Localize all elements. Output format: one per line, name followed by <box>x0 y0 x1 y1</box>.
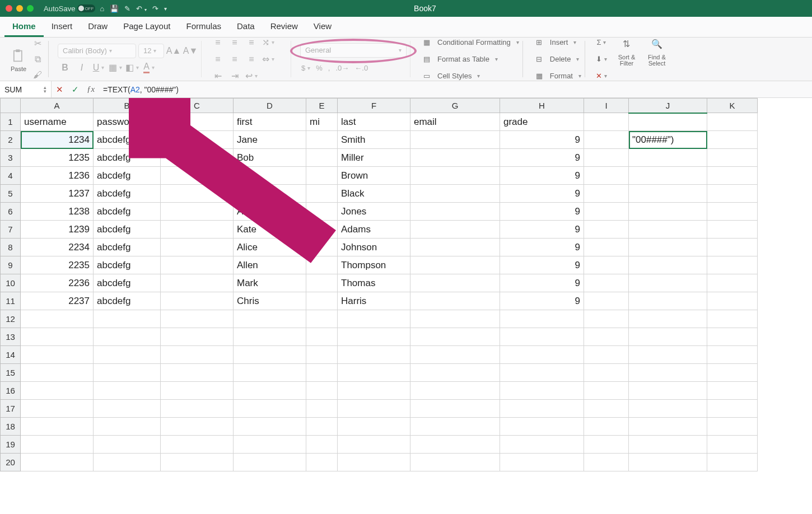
row-header-20[interactable]: 20 <box>1 454 21 471</box>
bold-icon[interactable]: B <box>58 60 72 75</box>
col-header-B[interactable]: B <box>94 99 161 113</box>
orientation-icon[interactable]: ⤭▾ <box>261 38 276 50</box>
cell-I5[interactable] <box>584 185 629 203</box>
row-header-19[interactable]: 19 <box>1 436 21 454</box>
cell-A7[interactable]: 1239 <box>21 221 94 239</box>
cell-G15[interactable] <box>410 364 500 382</box>
cell-D15[interactable] <box>234 364 306 382</box>
cell-G11[interactable] <box>410 292 500 310</box>
cell-C5[interactable] <box>161 185 234 203</box>
home-icon[interactable]: ⌂ <box>100 4 104 13</box>
cell-E20[interactable] <box>306 454 338 471</box>
col-header-C[interactable]: C <box>161 99 234 113</box>
cell-E2[interactable] <box>306 131 338 149</box>
cell-B18[interactable] <box>94 418 161 436</box>
cell-K11[interactable] <box>707 292 758 310</box>
sort-filter-icon[interactable]: ⇅ <box>619 38 634 53</box>
cell-C15[interactable] <box>161 364 234 382</box>
align-top-icon[interactable]: ≡ <box>211 38 225 50</box>
qat-overflow-icon[interactable]: ▾ <box>164 6 167 12</box>
cell-J17[interactable] <box>629 400 707 418</box>
comma-format-icon[interactable]: , <box>327 61 332 76</box>
cell-B15[interactable] <box>94 364 161 382</box>
col-header-E[interactable]: E <box>306 99 338 113</box>
cell-A3[interactable]: 1235 <box>21 149 94 167</box>
cell-styles-icon[interactable]: ▭ <box>419 69 434 82</box>
cell-A11[interactable]: 2237 <box>21 292 94 310</box>
window-controls[interactable] <box>6 5 34 12</box>
cell-F14[interactable] <box>338 346 410 364</box>
cell-F3[interactable]: Miller <box>338 149 410 167</box>
cell-E1[interactable]: mi <box>306 113 338 131</box>
cell-B12[interactable] <box>94 310 161 328</box>
cell-E9[interactable] <box>306 256 338 274</box>
cell-C2[interactable] <box>161 131 234 149</box>
fill-icon[interactable]: ⬇▾ <box>594 52 609 67</box>
cell-E4[interactable] <box>306 167 338 185</box>
cell-B6[interactable]: abcdefg <box>94 203 161 221</box>
cell-G16[interactable] <box>410 382 500 400</box>
cell-J10[interactable] <box>629 274 707 292</box>
conditional-formatting-button[interactable]: Conditional Formatting <box>437 38 511 46</box>
cell-C10[interactable] <box>161 274 234 292</box>
row-header-16[interactable]: 16 <box>1 382 21 400</box>
close-window-icon[interactable] <box>6 5 12 12</box>
cell-C7[interactable] <box>161 221 234 239</box>
cell-B14[interactable] <box>94 346 161 364</box>
cell-E19[interactable] <box>306 436 338 454</box>
cell-C4[interactable] <box>161 167 234 185</box>
cell-C16[interactable] <box>161 382 234 400</box>
cell-H1[interactable]: grade <box>500 113 584 131</box>
cell-J14[interactable] <box>629 346 707 364</box>
cell-K18[interactable] <box>707 418 758 436</box>
align-bottom-icon[interactable]: ≡ <box>244 38 259 50</box>
cell-A14[interactable] <box>21 346 94 364</box>
cell-A8[interactable]: 2234 <box>21 239 94 256</box>
cell-I19[interactable] <box>584 436 629 454</box>
cell-G17[interactable] <box>410 400 500 418</box>
row-header-3[interactable]: 3 <box>1 149 21 167</box>
cell-G19[interactable] <box>410 436 500 454</box>
select-all-corner[interactable] <box>1 99 21 113</box>
cell-J15[interactable] <box>629 364 707 382</box>
clear-icon[interactable]: ✕▾ <box>594 69 609 82</box>
autosave-toggle[interactable]: AutoSave OFF <box>44 4 95 13</box>
row-header-1[interactable]: 1 <box>1 113 21 131</box>
cell-B17[interactable] <box>94 400 161 418</box>
zoom-window-icon[interactable] <box>27 5 34 12</box>
cell-D1[interactable]: first <box>234 113 306 131</box>
cell-C11[interactable] <box>161 292 234 310</box>
merge-cells-icon[interactable]: ⇔▾ <box>261 52 276 67</box>
cell-G13[interactable] <box>410 328 500 346</box>
cell-J11[interactable] <box>629 292 707 310</box>
delete-cells-icon[interactable]: ⊟ <box>532 52 547 67</box>
cell-H14[interactable] <box>500 346 584 364</box>
cell-J12[interactable] <box>629 310 707 328</box>
cell-F4[interactable]: Brown <box>338 167 410 185</box>
cell-J7[interactable] <box>629 221 707 239</box>
cell-H8[interactable]: 9 <box>500 239 584 256</box>
cell-E7[interactable] <box>306 221 338 239</box>
cell-K8[interactable] <box>707 239 758 256</box>
cell-H3[interactable]: 9 <box>500 149 584 167</box>
cell-G10[interactable] <box>410 274 500 292</box>
col-header-F[interactable]: F <box>338 99 410 113</box>
cell-B3[interactable]: abcdefg <box>94 149 161 167</box>
cell-G14[interactable] <box>410 346 500 364</box>
italic-icon[interactable]: I <box>74 60 89 75</box>
row-header-15[interactable]: 15 <box>1 364 21 382</box>
minimize-window-icon[interactable] <box>16 5 23 12</box>
cell-E14[interactable] <box>306 346 338 364</box>
align-center-icon[interactable]: ≡ <box>227 52 242 67</box>
cell-K16[interactable] <box>707 382 758 400</box>
cell-D9[interactable]: Allen <box>234 256 306 274</box>
cell-D5[interactable]: Thomas <box>234 185 306 203</box>
cell-K12[interactable] <box>707 310 758 328</box>
cell-K17[interactable] <box>707 400 758 418</box>
align-middle-icon[interactable]: ≡ <box>227 38 242 50</box>
col-header-K[interactable]: K <box>707 99 758 113</box>
cell-K5[interactable] <box>707 185 758 203</box>
cell-F5[interactable]: Black <box>338 185 410 203</box>
cell-H9[interactable]: 9 <box>500 256 584 274</box>
name-box-stepper-icon[interactable]: ▴▾ <box>44 86 46 94</box>
